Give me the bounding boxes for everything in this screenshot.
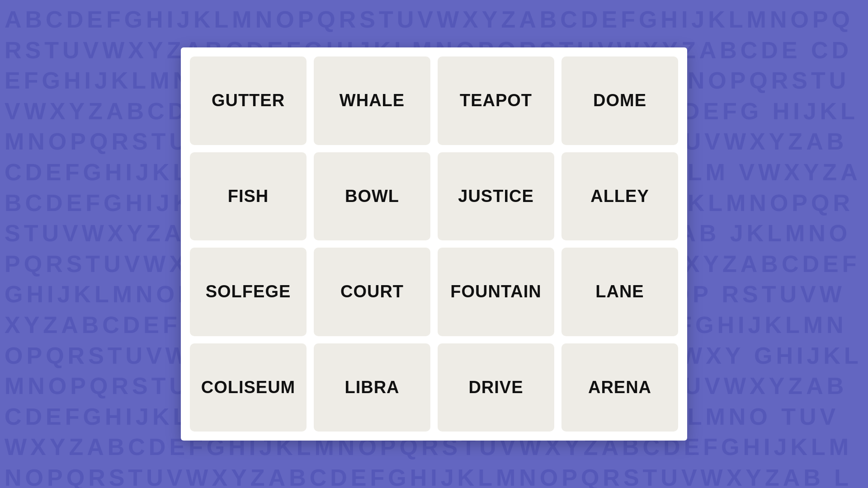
card-label-bowl: BOWL xyxy=(345,187,399,206)
card-coliseum[interactable]: COLISEUM xyxy=(190,343,307,432)
card-label-court: COURT xyxy=(340,282,404,301)
card-label-lane: LANE xyxy=(595,282,644,301)
word-grid: GUTTERWHALETEAPOTDOMEFISHBOWLJUSTICEALLE… xyxy=(181,47,687,441)
card-drive[interactable]: DRIVE xyxy=(438,343,554,432)
card-label-libra: LIBRA xyxy=(344,378,399,397)
card-label-whale: WHALE xyxy=(340,91,405,110)
card-label-drive: DRIVE xyxy=(468,378,523,397)
card-bowl[interactable]: BOWL xyxy=(314,152,430,241)
card-gutter[interactable]: GUTTER xyxy=(190,56,307,145)
card-alley[interactable]: ALLEY xyxy=(561,152,678,241)
card-label-justice: JUSTICE xyxy=(458,187,533,206)
card-justice[interactable]: JUSTICE xyxy=(438,152,554,241)
card-label-coliseum: COLISEUM xyxy=(201,378,296,397)
card-label-fountain: FOUNTAIN xyxy=(450,282,542,301)
card-label-solfege: SOLFEGE xyxy=(206,282,291,301)
card-label-teapot: TEAPOT xyxy=(460,91,532,110)
card-fish[interactable]: FISH xyxy=(190,152,307,241)
card-label-fish: FISH xyxy=(228,187,269,206)
card-arena[interactable]: ARENA xyxy=(561,343,678,432)
card-whale[interactable]: WHALE xyxy=(314,56,430,145)
card-label-arena: ARENA xyxy=(588,378,651,397)
card-label-alley: ALLEY xyxy=(590,187,649,206)
card-label-gutter: GUTTER xyxy=(212,91,285,110)
card-libra[interactable]: LIBRA xyxy=(314,343,430,432)
card-label-dome: DOME xyxy=(593,91,646,110)
card-fountain[interactable]: FOUNTAIN xyxy=(438,248,554,336)
card-lane[interactable]: LANE xyxy=(561,248,678,336)
card-court[interactable]: COURT xyxy=(314,248,430,336)
card-solfege[interactable]: SOLFEGE xyxy=(190,248,307,336)
card-dome[interactable]: DOME xyxy=(561,56,678,145)
card-teapot[interactable]: TEAPOT xyxy=(438,56,554,145)
